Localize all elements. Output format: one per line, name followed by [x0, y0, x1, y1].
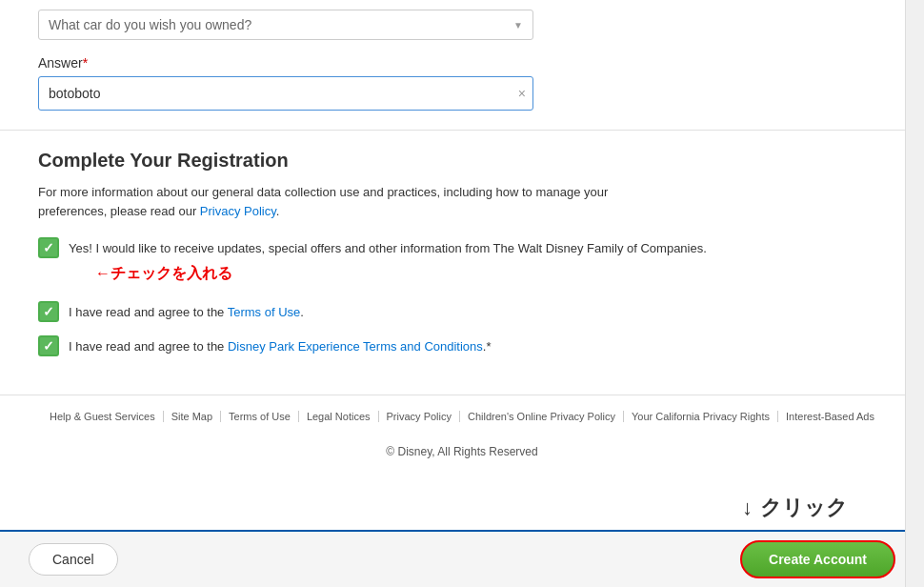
- checkbox-3[interactable]: ✓: [38, 335, 59, 356]
- checkbox-item-3: ✓ I have read and agree to the Disney Pa…: [38, 335, 886, 356]
- answer-input-wrapper: ×: [38, 76, 533, 111]
- create-account-button[interactable]: Create Account: [740, 540, 895, 578]
- registration-description: For more information about our general d…: [38, 183, 667, 220]
- japanese-annotation: ←チェックを入れる: [95, 264, 886, 284]
- answer-label: Answer*: [38, 55, 886, 71]
- disney-park-terms-link[interactable]: Disney Park Experience Terms and Conditi…: [228, 339, 483, 354]
- cancel-button[interactable]: Cancel: [29, 543, 118, 576]
- footer-link-terms[interactable]: Terms of Use: [221, 411, 299, 422]
- footer-links: Help & Guest Services Site Map Terms of …: [0, 395, 924, 437]
- terms-of-use-link[interactable]: Terms of Use: [228, 305, 301, 319]
- footer-link-privacy[interactable]: Privacy Policy: [379, 411, 460, 422]
- bottom-bar: Cancel Create Account: [0, 530, 924, 587]
- registration-section: Complete Your Registration For more info…: [0, 131, 924, 395]
- dropdown-arrow-icon: ▼: [513, 20, 523, 30]
- checkmark-3: ✓: [43, 338, 54, 354]
- checkbox-label-2: I have read and agree to the Terms of Us…: [69, 301, 304, 322]
- clear-icon[interactable]: ×: [518, 86, 526, 101]
- checkbox-group: ✓ Yes! I would like to receive updates, …: [38, 237, 886, 356]
- footer-link-legal[interactable]: Legal Notices: [299, 411, 379, 422]
- checkbox-2[interactable]: ✓: [38, 301, 59, 322]
- click-label: クリック: [760, 494, 848, 522]
- checkbox-1[interactable]: ✓: [38, 237, 59, 258]
- footer-link-california-privacy[interactable]: Your California Privacy Rights: [624, 411, 778, 422]
- checkbox-label-3: I have read and agree to the Disney Park…: [69, 335, 491, 356]
- click-annotation: ↓ クリック: [742, 494, 848, 522]
- registration-title: Complete Your Registration: [38, 150, 886, 172]
- dropdown-row: What car do you wish you owned? ▼: [38, 10, 886, 40]
- dropdown-placeholder: What car do you wish you owned?: [49, 17, 251, 32]
- answer-input[interactable]: [38, 76, 533, 111]
- checkbox-item-2: ✓ I have read and agree to the Terms of …: [38, 301, 886, 322]
- footer-copyright: © Disney, All Rights Reserved: [0, 437, 924, 474]
- footer-link-help[interactable]: Help & Guest Services: [42, 411, 164, 422]
- checkmark-2: ✓: [43, 304, 54, 319]
- footer-link-childrens-privacy[interactable]: Children's Online Privacy Policy: [460, 411, 624, 422]
- footer-link-sitemap[interactable]: Site Map: [164, 411, 221, 422]
- footer-link-interest-based-ads[interactable]: Interest-Based Ads: [778, 411, 882, 422]
- top-section: What car do you wish you owned? ▼ Answer…: [0, 0, 924, 131]
- security-question-dropdown[interactable]: What car do you wish you owned? ▼: [38, 10, 533, 40]
- privacy-policy-link[interactable]: Privacy Policy: [200, 204, 276, 218]
- arrow-down-icon: ↓: [742, 496, 753, 520]
- scrollbar[interactable]: [905, 0, 924, 587]
- checkmark-1: ✓: [43, 240, 54, 255]
- checkbox-item-1: ✓ Yes! I would like to receive updates, …: [38, 237, 886, 258]
- checkbox-label-1: Yes! I would like to receive updates, sp…: [69, 237, 707, 258]
